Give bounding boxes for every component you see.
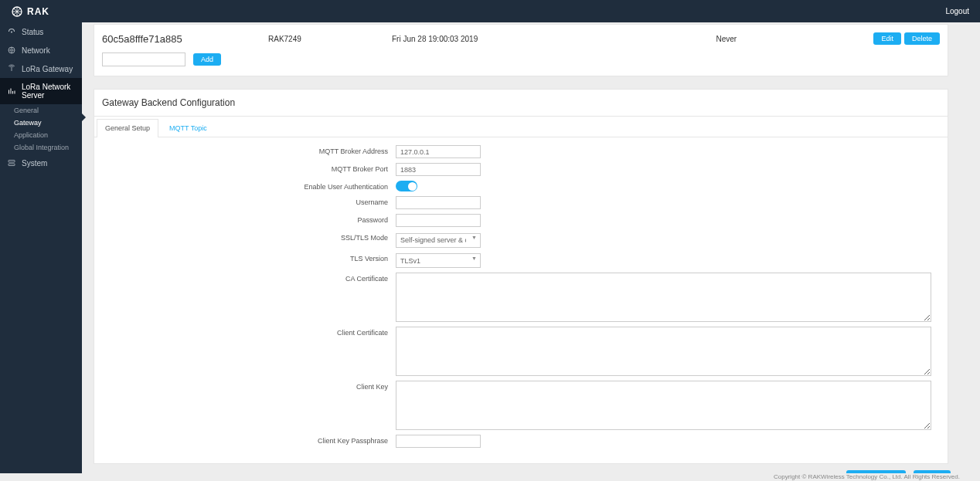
label-user: Username — [102, 196, 396, 206]
gateway-model: RAK7249 — [268, 35, 392, 43]
label-ssl: SSL/TLS Mode — [102, 232, 396, 242]
toggle-auth[interactable] — [396, 181, 417, 191]
add-input[interactable] — [102, 53, 185, 66]
section-title: Gateway Backend Configuration — [94, 90, 948, 117]
globe-icon — [7, 46, 16, 55]
gateway-date: Fri Jun 28 19:00:03 2019 — [392, 35, 716, 43]
gauge-icon — [7, 27, 16, 36]
brand-logo: RAK — [11, 5, 49, 18]
input-port[interactable] — [396, 163, 481, 176]
chart-icon — [7, 86, 16, 96]
label-pass: Password — [102, 214, 396, 224]
sidebar-item-label: Network — [22, 46, 50, 55]
copyright-text: Copyright © RAKWireless Technology Co., … — [0, 473, 980, 481]
sidebar-item-label: LoRa Gateway — [22, 65, 73, 73]
select-tls[interactable]: TLSv1 — [396, 253, 481, 268]
edit-button[interactable]: Edit — [873, 32, 901, 45]
sidebar-item-network[interactable]: Network — [0, 41, 82, 59]
delete-button[interactable]: Delete — [904, 32, 940, 45]
label-port: MQTT Broker Port — [102, 163, 396, 173]
subitem-global[interactable]: Global Integration — [0, 141, 82, 154]
logout-link[interactable]: Logout — [945, 7, 969, 15]
svg-point-1 — [11, 32, 12, 33]
gateway-id: 60c5a8fffe71a885 — [102, 33, 268, 45]
label-addr: MQTT Broker Address — [102, 145, 396, 155]
label-tls: TLS Version — [102, 252, 396, 263]
tab-mqtt[interactable]: MQTT Topic — [161, 119, 216, 137]
brand-text: RAK — [27, 6, 49, 17]
system-icon — [7, 158, 16, 168]
input-addr[interactable] — [396, 145, 481, 158]
subitem-gateway[interactable]: Gateway — [0, 117, 82, 129]
label-ca: CA Certificate — [102, 273, 396, 283]
sidebar-item-label: System — [22, 159, 47, 168]
sidebar-item-label: Status — [22, 28, 43, 36]
textarea-cc[interactable] — [396, 327, 931, 376]
input-pass[interactable] — [396, 214, 481, 227]
sidebar-item-label: LoRa Network Server — [22, 83, 75, 100]
label-cc: Client Certificate — [102, 327, 396, 337]
sidebar-item-status[interactable]: Status — [0, 22, 82, 41]
input-user[interactable] — [396, 196, 481, 209]
gateway-seen: Never — [716, 35, 870, 43]
sidebar-item-system[interactable]: System — [0, 154, 82, 172]
svg-rect-3 — [9, 161, 15, 163]
add-button[interactable]: Add — [193, 53, 221, 66]
label-ck: Client Key — [102, 381, 396, 391]
subitem-general[interactable]: General — [0, 104, 82, 117]
textarea-ca[interactable] — [396, 273, 931, 322]
input-ckp[interactable] — [396, 435, 481, 448]
subitem-application[interactable]: Application — [0, 129, 82, 141]
sidebar-item-lora-gateway[interactable]: LoRa Gateway — [0, 59, 82, 78]
sidebar-item-lora-ns[interactable]: LoRa Network Server — [0, 78, 82, 104]
label-auth: Enable User Authentication — [102, 181, 396, 191]
svg-rect-4 — [9, 164, 15, 166]
textarea-ck[interactable] — [396, 381, 931, 430]
tab-general[interactable]: General Setup — [97, 119, 158, 137]
antenna-icon — [7, 64, 16, 73]
label-ckp: Client Key Passphrase — [102, 435, 396, 445]
select-ssl[interactable]: Self-signed server & client cer — [396, 233, 481, 248]
